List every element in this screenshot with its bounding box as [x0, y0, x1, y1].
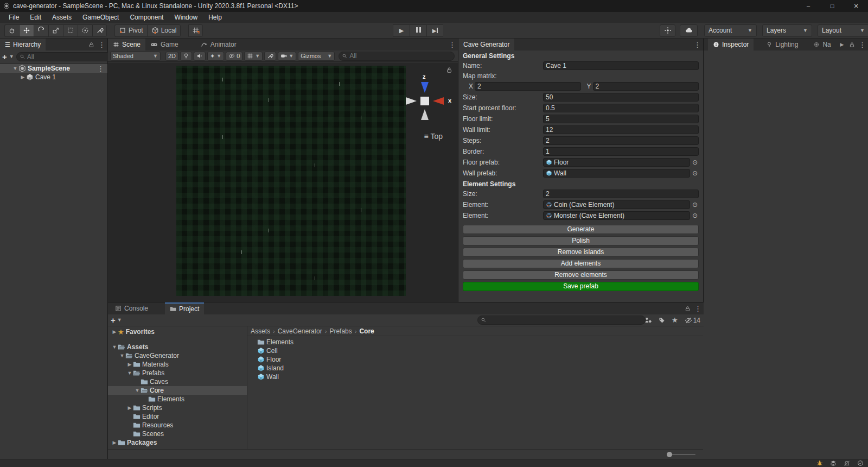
kebab-menu-icon[interactable]: ⋮	[98, 41, 105, 49]
orientation-gizmo[interactable]: z x	[405, 81, 445, 121]
tree-item-prefabs[interactable]: ▼Prefabs	[108, 369, 247, 377]
scene-viewport[interactable]: z x ≡ Top	[108, 62, 458, 302]
debugger-bug-icon[interactable]	[816, 460, 823, 466]
breadcrumb-cavegenerator[interactable]: CaveGenerator	[278, 327, 322, 335]
tree-item-assets[interactable]: ▼Assets	[108, 343, 247, 351]
object-picker-icon[interactable]: ⊙	[691, 201, 699, 209]
axis-bottom-cone[interactable]	[421, 109, 429, 120]
minimize-button[interactable]: –	[796, 0, 820, 12]
tree-item-cavegenerator[interactable]: ▼CaveGenerator	[108, 351, 247, 360]
hierarchy-search[interactable]	[16, 52, 114, 61]
map-y-field[interactable]	[593, 82, 699, 91]
universal-tool-button[interactable]	[78, 24, 92, 37]
foldout-closed-icon[interactable]: ▶	[20, 74, 26, 80]
object-picker-icon[interactable]: ⊙	[691, 212, 699, 219]
foldout-open-icon[interactable]: ▼	[126, 370, 133, 376]
foldout-closed-icon[interactable]: ▶	[126, 362, 133, 367]
map-x-field[interactable]	[475, 82, 581, 91]
lock-icon[interactable]	[88, 42, 94, 48]
kebab-menu-icon[interactable]: ⋮	[97, 65, 104, 73]
axis-left-cone[interactable]	[406, 97, 417, 105]
axis-x-cone[interactable]	[433, 97, 444, 105]
tab-inspector[interactable]: Inspector	[708, 39, 754, 51]
tree-item-scenes[interactable]: Scenes	[108, 430, 247, 438]
tab-hierarchy[interactable]: ☰ Hierarchy	[0, 39, 46, 51]
element-size-field[interactable]	[543, 190, 699, 198]
add-elements-button[interactable]: Add elements	[463, 259, 699, 268]
steps-field[interactable]	[543, 136, 699, 145]
tab-console[interactable]: Console	[110, 302, 153, 314]
foldout-open-icon[interactable]: ▼	[111, 344, 118, 350]
tree-item-elements[interactable]: Elements	[108, 395, 247, 403]
gizmo-center-cube[interactable]	[420, 97, 429, 105]
add-object-button[interactable]: +	[2, 53, 7, 61]
lock-icon[interactable]	[685, 306, 691, 312]
generate-button[interactable]: Generate	[463, 225, 699, 234]
floor-prefab-object-field[interactable]: Floor	[543, 158, 690, 167]
thumbnail-size-slider[interactable]	[667, 454, 695, 455]
name-field[interactable]	[543, 61, 699, 70]
menu-edit[interactable]: Edit	[24, 12, 47, 23]
save-prefab-button[interactable]: Save prefab	[463, 282, 699, 291]
foldout-closed-icon[interactable]: ▶	[111, 440, 118, 445]
project-search-input[interactable]	[488, 317, 642, 324]
asset-item-cell[interactable]: Cell	[247, 346, 703, 355]
hierarchy-row-samplescene[interactable]: ▼ SampleScene ⋮	[0, 64, 107, 73]
favorites-star-icon[interactable]: ★	[672, 316, 678, 324]
chevron-down-icon[interactable]: ▼	[117, 318, 122, 323]
play-button[interactable]: ▶	[393, 24, 410, 37]
hierarchy-search-input[interactable]	[27, 53, 111, 61]
element-coin-object-field[interactable]: Coin (Cave Element)	[543, 200, 690, 209]
grid-snap-button[interactable]	[188, 24, 203, 37]
tab-overflow-icon[interactable]: ▶	[839, 42, 845, 47]
asset-item-island[interactable]: Island	[247, 364, 703, 373]
foldout-closed-icon[interactable]: ▶	[126, 405, 133, 411]
grid-visibility-dropdown[interactable]: ▼	[244, 52, 263, 61]
remove-islands-button[interactable]: Remove islands	[463, 248, 699, 257]
menu-assets[interactable]: Assets	[47, 12, 77, 23]
tab-navigation[interactable]: Na	[808, 39, 831, 51]
gizmos-dropdown[interactable]: Gizmos▼	[298, 52, 335, 61]
2d-toggle-button[interactable]: 2D	[165, 52, 178, 61]
rotate-tool-button[interactable]	[34, 24, 48, 37]
tree-item-resources[interactable]: Resources	[108, 421, 247, 430]
hidden-count-button[interactable]: 14	[685, 317, 700, 324]
scene-search[interactable]	[339, 52, 455, 61]
pivot-toggle-button[interactable]: Pivot	[114, 24, 147, 37]
maximize-button[interactable]: □	[820, 0, 844, 12]
pause-button[interactable]	[410, 24, 426, 37]
remove-elements-button[interactable]: Remove elements	[463, 270, 699, 280]
hidden-objects-button[interactable]: 0	[226, 52, 242, 61]
menu-help[interactable]: Help	[203, 12, 227, 23]
tab-project[interactable]: Project	[165, 302, 204, 314]
tree-item-packages[interactable]: ▶Packages	[108, 438, 247, 447]
kebab-menu-icon[interactable]: ⋮	[449, 41, 456, 49]
floor-limit-field[interactable]	[543, 115, 699, 123]
foldout-open-icon[interactable]: ▼	[12, 66, 18, 71]
local-toggle-button[interactable]: Local	[147, 24, 181, 37]
border-field[interactable]	[543, 147, 699, 156]
breadcrumb-assets[interactable]: Assets	[251, 327, 270, 335]
kebab-menu-icon[interactable]: ⋮	[694, 305, 701, 313]
project-search[interactable]	[477, 315, 646, 325]
tree-item-materials[interactable]: ▶Materials	[108, 360, 247, 369]
close-button[interactable]: ✕	[844, 0, 868, 12]
step-button[interactable]: ▶	[426, 24, 443, 37]
kebab-menu-icon[interactable]: ⋮	[694, 41, 701, 49]
tree-item-favorites[interactable]: ▶★Favorites	[108, 327, 247, 336]
tab-lighting[interactable]: Lighting	[761, 39, 803, 51]
services-button[interactable]	[660, 24, 675, 37]
foldout-open-icon[interactable]: ▼	[119, 353, 125, 358]
account-dropdown[interactable]: Account▼	[704, 24, 757, 37]
breadcrumb-prefabs[interactable]: Prefabs	[329, 327, 352, 335]
wall-prefab-object-field[interactable]: Wall	[543, 169, 690, 178]
move-tool-button[interactable]	[19, 24, 34, 37]
asset-item-wall[interactable]: Wall	[247, 373, 703, 381]
scene-search-input[interactable]	[349, 52, 451, 60]
scene-lighting-toggle[interactable]	[180, 52, 192, 61]
lock-icon[interactable]	[849, 42, 855, 48]
rect-tool-button[interactable]	[63, 24, 78, 37]
polish-button[interactable]: Polish	[463, 236, 699, 245]
hierarchy-row-cave1[interactable]: ▶ Cave 1	[0, 73, 107, 81]
draw-mode-dropdown[interactable]: Shaded▼	[110, 52, 161, 61]
